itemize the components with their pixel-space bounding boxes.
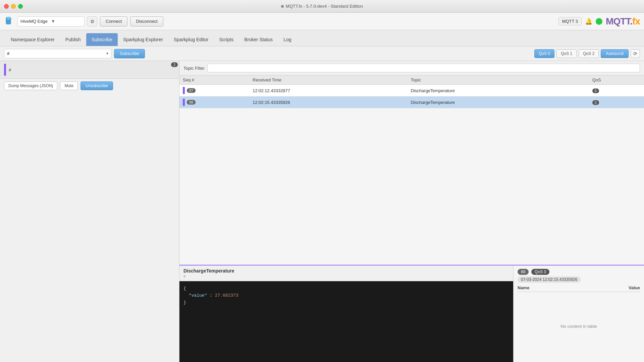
nav-tabs: Namespace Explorer Publish Subscribe Spa… — [0, 30, 644, 46]
disconnect-button[interactable]: Disconnect — [130, 16, 163, 26]
subscription-actions: Dump Messages (JSON) Mute Unsubscribe — [0, 79, 179, 93]
tab-subscribe[interactable]: Subscribe — [86, 33, 118, 46]
seq-color-bar — [183, 99, 185, 106]
unsubscribe-button[interactable]: Unsubscribe — [80, 81, 113, 90]
detail-qos-badge: QoS 0 — [531, 269, 549, 275]
window-title: MQTT.fx - 5.7.0-dev4 - Standard Edition — [281, 4, 363, 9]
bell-icon[interactable]: 🔔 — [585, 18, 592, 25]
detail-topic-name: DischargeTemperature — [183, 268, 509, 274]
cell-qos: 0 — [589, 85, 644, 97]
detail-table-header: Name Value — [518, 284, 640, 292]
detail-header: DischargeTemperature # — [179, 265, 513, 281]
detail-name-col: Name — [518, 285, 629, 290]
main-content: # 2 Dump Messages (JSON) Mute Unsubscrib… — [0, 61, 644, 362]
mqtt-text: MQTT. — [606, 16, 632, 26]
cell-received-time: 12:02:15.43335926 — [249, 97, 408, 108]
detail-panel: DischargeTemperature # { "value" : 27.68… — [179, 265, 644, 362]
qos-badge: 0 — [592, 88, 599, 93]
subscribe-button[interactable]: Subscribe — [114, 49, 145, 58]
topic-filter-label: Topic Filter — [183, 66, 205, 71]
toolbar: HiveMQ Edge ▼ ⚙ Connect Disconnect MQTT … — [0, 13, 644, 30]
topic-dropdown-arrow-icon[interactable]: ▼ — [104, 52, 111, 55]
tab-publish[interactable]: Publish — [60, 33, 86, 46]
cell-seq: 87 — [179, 85, 249, 97]
messages-table-area: Seq # Received Time Topic QoS 87 12:02:1… — [179, 75, 644, 265]
subscription-item: # 2 — [0, 61, 179, 79]
qos2-button[interactable]: QoS 2 — [579, 49, 599, 58]
qos0-button[interactable]: QoS 0 — [534, 49, 554, 58]
left-panel: # 2 Dump Messages (JSON) Mute Unsubscrib… — [0, 61, 179, 362]
title-dot-icon — [281, 5, 284, 8]
qos1-button[interactable]: QoS 1 — [556, 49, 577, 58]
cell-qos: 0 — [589, 97, 644, 108]
detail-value-col: Value — [629, 285, 640, 290]
svg-rect-1 — [7, 17, 10, 19]
connection-name: HiveMQ Edge — [20, 19, 51, 24]
connection-status-icon — [596, 18, 602, 25]
qos-group: QoS 0 QoS 1 QoS 2 Autoscroll ⟳ — [534, 49, 640, 58]
tab-namespace-explorer[interactable]: Namespace Explorer — [5, 33, 60, 46]
topic-filter-input[interactable] — [207, 64, 640, 72]
tab-sparkplug-explorer[interactable]: Sparkplug Explorer — [118, 33, 168, 46]
detail-seq-badge: 88 — [518, 269, 529, 275]
tab-scripts[interactable]: Scripts — [214, 33, 239, 46]
file-icon[interactable] — [4, 16, 15, 27]
toolbar-right: MQTT 3 🔔 MQTT.fx — [558, 16, 640, 27]
seq-color-bar — [183, 87, 185, 94]
col-received-time: Received Time — [249, 75, 408, 85]
connection-dropdown[interactable]: HiveMQ Edge ▼ — [17, 16, 85, 26]
table-row[interactable]: 88 12:02:15.43335926DischargeTemperature… — [179, 97, 644, 108]
col-topic: Topic — [408, 75, 589, 85]
refresh-icon: ⟳ — [633, 51, 637, 56]
qos-badge: 0 — [592, 100, 599, 105]
message-count-badge: 2 — [171, 62, 178, 67]
no-content-label: No content in table — [518, 294, 640, 359]
table-row[interactable]: 87 12:02:12.43332877DischargeTemperature… — [179, 85, 644, 97]
mqtt-version-label: MQTT 3 — [558, 17, 582, 25]
topic-input-wrap: ▼ — [4, 49, 111, 58]
subscription-color-bar — [4, 64, 6, 76]
cell-topic: DischargeTemperature — [408, 85, 589, 97]
connect-button[interactable]: Connect — [100, 16, 127, 26]
dropdown-arrow-icon: ▼ — [51, 19, 82, 24]
settings-button[interactable]: ⚙ — [87, 16, 97, 26]
messages-table: Seq # Received Time Topic QoS 87 12:02:1… — [179, 75, 644, 108]
subscribe-bar: ▼ Subscribe QoS 0 QoS 1 QoS 2 Autoscroll… — [0, 46, 644, 61]
detail-timestamp-badge: 07-03-2024 12:02:15.43335926 — [518, 277, 581, 283]
tab-broker-status[interactable]: Broker Status — [239, 33, 278, 46]
cell-received-time: 12:02:12.43332877 — [249, 85, 408, 97]
detail-hash: # — [183, 274, 509, 278]
maximize-button[interactable] — [18, 4, 23, 9]
tab-log[interactable]: Log — [278, 33, 297, 46]
cell-seq: 88 — [179, 97, 249, 108]
detail-right: 88 QoS 0 07-03-2024 12:02:15.43335926 Na… — [513, 265, 644, 362]
topic-filter-bar: Topic Filter — [179, 61, 644, 75]
close-button[interactable] — [4, 4, 9, 9]
autoscroll-button[interactable]: Autoscroll — [601, 49, 629, 58]
traffic-lights — [4, 4, 23, 9]
refresh-button[interactable]: ⟳ — [631, 49, 640, 58]
seq-badge: 87 — [187, 88, 196, 93]
title-bar: MQTT.fx - 5.7.0-dev4 - Standard Edition — [0, 0, 644, 13]
detail-badges: 88 QoS 0 — [518, 269, 640, 275]
fx-text: fx — [632, 16, 640, 26]
tab-sparkplug-editor[interactable]: Sparkplug Editor — [168, 33, 214, 46]
json-content: { "value" : 27.682373 } — [179, 281, 513, 362]
topic-input[interactable] — [4, 51, 104, 56]
col-qos: QoS — [589, 75, 644, 85]
col-seq: Seq # — [179, 75, 249, 85]
mqtt-logo: MQTT.fx — [606, 16, 640, 27]
subscription-topic-name: # — [9, 67, 175, 72]
minimize-button[interactable] — [11, 4, 16, 9]
seq-badge: 88 — [187, 100, 196, 105]
detail-timestamp: 07-03-2024 12:02:15.43335926 — [518, 277, 640, 282]
cell-topic: DischargeTemperature — [408, 97, 589, 108]
mute-button[interactable]: Mute — [60, 81, 78, 90]
dump-messages-button[interactable]: Dump Messages (JSON) — [4, 81, 57, 90]
detail-left: DischargeTemperature # { "value" : 27.68… — [179, 265, 513, 362]
right-panel: Topic Filter Seq # Received Time Topic Q… — [179, 61, 644, 362]
